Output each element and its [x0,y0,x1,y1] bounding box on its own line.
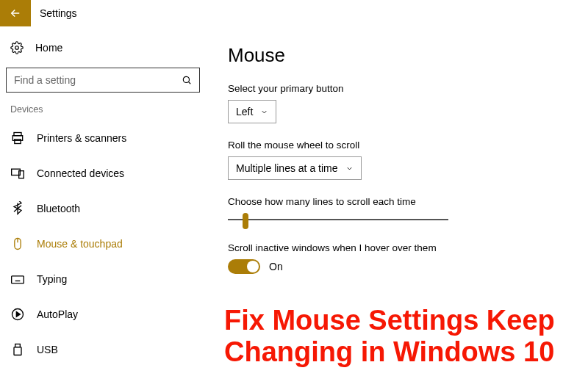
chevron-down-icon [260,108,268,116]
slider-track [228,219,448,220]
search-placeholder: Find a setting [14,74,76,86]
dropdown-value: Left [236,106,253,118]
usb-icon [10,342,25,357]
field-label: Roll the mouse wheel to scroll [228,140,566,151]
mouse-icon [10,236,25,251]
primary-button-dropdown[interactable]: Left [228,100,276,123]
svg-rect-19 [14,347,21,355]
svg-line-2 [188,82,190,84]
sidebar-item-bluetooth[interactable]: Bluetooth [6,192,200,225]
sidebar-item-printers[interactable]: Printers & scanners [6,122,200,154]
sidebar-item-label: Bluetooth [37,203,80,214]
field-label: Scroll inactive windows when I hover ove… [228,242,566,253]
body: Home Find a setting Devices Printers & s… [0,26,588,376]
chevron-down-icon [345,164,354,173]
inactive-toggle[interactable] [228,259,260,274]
page-title: Mouse [228,44,566,67]
sidebar-home-label: Home [35,42,62,54]
main-panel: Mouse Select your primary button Left Ro… [206,26,588,376]
sidebar-item-mouse[interactable]: Mouse & touchpad [6,228,200,260]
toggle-knob [247,261,259,272]
dropdown-value: Multiple lines at a time [236,162,338,174]
sidebar-item-label: Printers & scanners [37,132,126,144]
window-header: Settings [0,0,588,26]
svg-point-1 [183,76,189,82]
sidebar-item-autoplay[interactable]: AutoPlay [6,298,200,330]
wheel-scroll-dropdown[interactable]: Multiple lines at a time [228,156,362,180]
field-lines: Choose how many lines to scroll each tim… [228,196,566,226]
printer-icon [10,131,25,145]
svg-point-0 [15,46,19,50]
autoplay-icon [10,307,25,322]
slider-thumb[interactable] [243,213,248,229]
sidebar: Home Find a setting Devices Printers & s… [0,26,206,376]
sidebar-item-label: AutoPlay [37,308,78,320]
sidebar-item-label: Connected devices [37,167,124,179]
field-label: Select your primary button [228,83,566,94]
field-label: Choose how many lines to scroll each tim… [228,196,566,207]
search-input[interactable]: Find a setting [6,68,200,93]
back-button[interactable] [0,0,31,26]
svg-marker-17 [16,312,20,317]
sidebar-item-usb[interactable]: USB [6,333,200,366]
gear-icon [10,41,24,54]
arrow-left-icon [9,7,22,20]
sidebar-group-label: Devices [6,98,200,119]
sidebar-item-label: Mouse & touchpad [37,238,123,250]
svg-rect-10 [12,276,24,283]
field-wheel-scroll: Roll the mouse wheel to scroll Multiple … [228,140,566,180]
sidebar-item-typing[interactable]: Typing [6,263,200,295]
lines-slider[interactable] [228,213,448,226]
keyboard-icon [10,272,25,286]
app-title: Settings [40,7,77,19]
toggle-state: On [269,261,283,272]
sidebar-item-label: USB [37,344,58,355]
sidebar-item-connected[interactable]: Connected devices [6,157,200,189]
sidebar-home[interactable]: Home [6,35,200,60]
svg-rect-5 [15,140,21,144]
search-icon [182,75,192,85]
sidebar-item-label: Typing [37,273,67,285]
field-inactive: Scroll inactive windows when I hover ove… [228,242,566,274]
field-primary-button: Select your primary button Left [228,83,566,123]
overlay-caption: Fix Mouse Settings Keep Changing in Wind… [224,305,581,369]
bluetooth-icon [10,201,25,216]
devices-icon [10,166,25,181]
